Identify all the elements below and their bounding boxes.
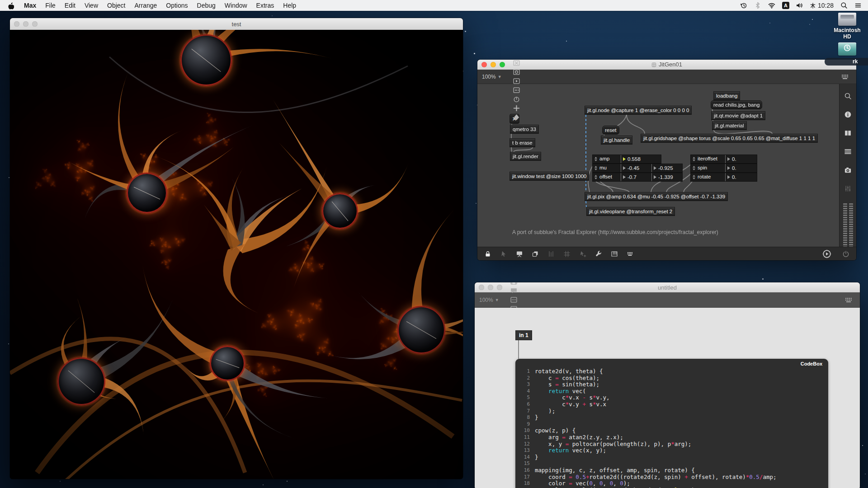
transport-play-icon[interactable] bbox=[822, 249, 832, 258]
max-object-videoplane[interactable]: jit.gl.videoplane @transform_reset 2 bbox=[586, 207, 675, 216]
time-machine-icon[interactable] bbox=[740, 2, 748, 9]
wifi-icon[interactable] bbox=[768, 2, 776, 9]
attr-value[interactable]: 0. bbox=[725, 155, 757, 163]
grid-icon[interactable] bbox=[562, 249, 572, 258]
zoom-button[interactable] bbox=[500, 62, 505, 67]
lock-icon[interactable] bbox=[483, 249, 493, 258]
comment-icon[interactable] bbox=[509, 286, 519, 296]
bluetooth-icon[interactable] bbox=[754, 2, 762, 9]
operator-box-icon[interactable] bbox=[509, 296, 519, 305]
menu-max[interactable]: Max bbox=[19, 0, 41, 11]
max-object-tberase[interactable]: t b erase bbox=[509, 138, 535, 147]
menu-extras[interactable]: Extras bbox=[252, 0, 279, 11]
desktop-icon-macintosh-hd[interactable]: Macintosh HD bbox=[833, 13, 862, 40]
attrui-amp[interactable]: amp0.558 bbox=[592, 155, 661, 164]
attr-stepper[interactable] bbox=[691, 173, 697, 181]
attrui-rotate[interactable]: rotate0. bbox=[690, 173, 757, 182]
code-editor[interactable]: 1rotate2d(v, theta) {2 c = cos(theta);3 … bbox=[521, 368, 825, 488]
midi-keys-icon[interactable] bbox=[609, 249, 619, 258]
menu-file[interactable]: File bbox=[41, 0, 60, 11]
layers-icon[interactable] bbox=[530, 249, 540, 258]
attr-value[interactable]: -0.7 bbox=[621, 173, 651, 181]
attrui-spin[interactable]: spin0. bbox=[690, 164, 757, 173]
zoom-level-control[interactable]: 100%▼ bbox=[482, 74, 502, 80]
apple-menu[interactable] bbox=[0, 2, 19, 9]
attr-stepper[interactable] bbox=[593, 173, 599, 181]
attr-stepper[interactable] bbox=[691, 155, 697, 163]
add-object-icon[interactable] bbox=[511, 104, 522, 113]
patcher-window-jitgen01[interactable]: JitGen01 100%▼ ×qmetro 33t b erasejit.gl… bbox=[477, 60, 856, 260]
codebox[interactable]: CodeBox 1rotate2d(v, theta) {2 c = cos(t… bbox=[515, 359, 828, 488]
playbar-icon[interactable] bbox=[511, 77, 522, 86]
keyboard-icon[interactable] bbox=[625, 249, 635, 258]
attr-stepper[interactable] bbox=[593, 164, 599, 172]
search-icon[interactable] bbox=[844, 91, 853, 100]
attr-stepper[interactable] bbox=[691, 164, 697, 172]
volume-icon[interactable] bbox=[796, 2, 803, 9]
minimize-button[interactable] bbox=[23, 21, 28, 27]
toggle-icon[interactable] bbox=[511, 60, 522, 68]
menu-debug[interactable]: Debug bbox=[193, 0, 220, 11]
paint-bucket-icon[interactable] bbox=[511, 113, 522, 122]
mixer-icon[interactable] bbox=[844, 184, 853, 193]
power-icon[interactable] bbox=[841, 249, 851, 258]
number-box-icon[interactable] bbox=[511, 86, 522, 95]
attr-value[interactable]: 0. bbox=[725, 173, 757, 181]
max-message-reset[interactable]: reset bbox=[602, 126, 619, 135]
desktop-icon-backup-volume[interactable] bbox=[833, 42, 862, 56]
menu-window[interactable]: Window bbox=[220, 0, 252, 11]
grid-dots-icon[interactable] bbox=[843, 296, 854, 305]
fractal-render-window[interactable]: test bbox=[10, 18, 463, 479]
menu-object[interactable]: Object bbox=[103, 0, 130, 11]
close-button[interactable] bbox=[479, 285, 484, 290]
gen-in-object[interactable]: in 1 bbox=[515, 330, 532, 340]
patcher-canvas[interactable]: ×qmetro 33t b erasejit.gl.renderjit.wind… bbox=[477, 84, 839, 247]
attr-stepper[interactable] bbox=[593, 155, 599, 163]
snippets-icon[interactable] bbox=[578, 249, 588, 258]
max-object-handle[interactable]: jit.gl.handle bbox=[601, 136, 632, 145]
split-view-icon[interactable] bbox=[844, 128, 853, 137]
wrench-tools-icon[interactable] bbox=[594, 249, 604, 258]
attr-value[interactable]: 0. bbox=[725, 164, 757, 172]
attrui-mu[interactable]: mu-0.45-0.925 bbox=[592, 164, 683, 173]
max-object-material[interactable]: jit.gl.material bbox=[712, 121, 747, 130]
menu-options[interactable]: Options bbox=[161, 0, 192, 11]
max-message-readmsg[interactable]: read chilis.jpg, bang bbox=[711, 100, 762, 109]
max-object-render[interactable]: jit.gl.render bbox=[510, 152, 541, 161]
align-icon[interactable] bbox=[546, 249, 556, 258]
close-button[interactable] bbox=[14, 21, 19, 27]
minimize-button[interactable] bbox=[491, 62, 496, 67]
close-button[interactable] bbox=[481, 62, 487, 67]
button-icon[interactable] bbox=[511, 68, 522, 77]
max-object-qtmovie[interactable]: jit.qt.movie @adapt 1 bbox=[711, 111, 765, 120]
max-object-loadbang[interactable]: loadbang bbox=[713, 91, 740, 100]
attr-value[interactable]: -1.339 bbox=[651, 173, 682, 181]
zoom-button[interactable] bbox=[32, 21, 38, 27]
gen-titlebar[interactable]: untitled bbox=[475, 282, 860, 293]
menu-help[interactable]: Help bbox=[278, 0, 301, 11]
menu-edit[interactable]: Edit bbox=[60, 0, 80, 11]
dial-icon[interactable] bbox=[511, 95, 522, 104]
inspector-info-icon[interactable] bbox=[844, 110, 853, 119]
attr-value[interactable]: 0.558 bbox=[621, 155, 661, 163]
attrui-iteroffset[interactable]: iteroffset0. bbox=[690, 155, 757, 164]
patcher-titlebar[interactable]: JitGen01 bbox=[477, 60, 856, 70]
fractal-window-titlebar[interactable]: test bbox=[10, 18, 463, 30]
presentation-mode-icon[interactable] bbox=[514, 249, 524, 258]
input-source-icon[interactable]: A bbox=[782, 2, 789, 9]
object-box-icon[interactable] bbox=[509, 282, 519, 286]
max-object-node[interactable]: jit.gl.node @capture 1 @erase_color 0 0 … bbox=[585, 106, 692, 115]
console-list-icon[interactable] bbox=[844, 147, 853, 156]
attr-value[interactable]: -0.45 bbox=[621, 164, 651, 172]
max-object-qmetro[interactable]: qmetro 33 bbox=[510, 125, 539, 134]
menu-view[interactable]: View bbox=[80, 0, 103, 11]
menubar-clock[interactable]: 10:28 bbox=[810, 2, 834, 9]
menu-arrange[interactable]: Arrange bbox=[130, 0, 161, 11]
max-object-pix[interactable]: jit.gl.pix @amp 0.634 @mu -0.45 -0.925 @… bbox=[585, 192, 728, 201]
spotlight-search-icon[interactable] bbox=[840, 2, 848, 9]
zoom-level-control[interactable]: 100%▼ bbox=[479, 297, 499, 303]
gen-canvas[interactable]: in 1 CodeBox 1rotate2d(v, theta) {2 c = … bbox=[475, 308, 860, 488]
attrui-offset[interactable]: offset-0.7-1.339 bbox=[592, 173, 683, 182]
zoom-button[interactable] bbox=[497, 285, 502, 290]
max-object-gridshape[interactable]: jit.gl.gridshape @shape torus @scale 0.6… bbox=[641, 134, 818, 143]
